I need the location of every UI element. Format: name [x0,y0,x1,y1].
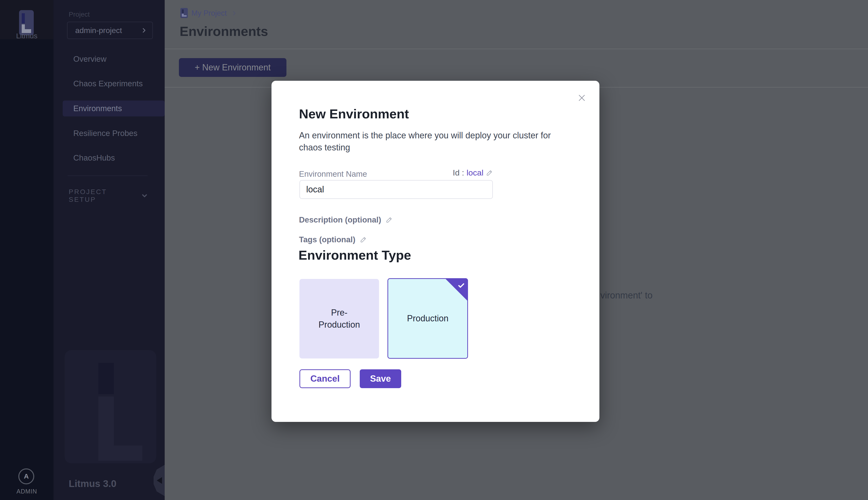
cancel-button[interactable]: Cancel [299,370,351,388]
environment-name-label: Environment Name [299,170,367,179]
chevron-right-icon [141,27,147,34]
environment-type-heading: Environment Type [298,248,411,263]
project-name: admin-project [75,26,122,35]
tags-optional-row: Tags (optional) [299,235,367,244]
header-divider [165,49,868,49]
logo-segment [114,445,142,461]
new-environment-button[interactable]: + New Environment [179,58,286,77]
modal-title: New Environment [299,106,409,121]
save-button[interactable]: Save [360,370,401,388]
logo-segment [99,363,114,394]
logo-segment [22,13,25,23]
sidebar-item-resilience-probes[interactable]: Resilience Probes [63,125,165,141]
description-optional-label: Description (optional) [299,215,381,225]
project-setup-label: PROJECT SETUP [69,188,135,204]
project-label: Project [69,11,90,18]
left-rail [0,0,54,500]
logo-segment [184,15,187,16]
avatar[interactable]: A [18,468,34,484]
project-setup-toggle[interactable]: PROJECT SETUP [69,188,148,204]
save-button-label: Save [370,374,391,384]
environment-name-input[interactable] [299,180,493,199]
new-environment-button-label: + New Environment [195,62,271,72]
environment-id-group: Id : local [453,168,493,178]
type-card-production[interactable]: Production [387,278,468,359]
litmus-watermark-logo [65,350,156,463]
breadcrumb-chevron-icon [231,10,237,18]
sidebar-item-label: ChaosHubs [73,153,115,162]
collapse-sidebar-icon [157,477,162,484]
sidebar-item-label: Environments [73,104,122,113]
empty-state-text-fragment: vironment' to [601,290,652,300]
breadcrumb-logo-icon [180,8,188,18]
new-environment-modal: New Environment An environment is the pl… [272,81,599,422]
sidebar-divider [68,175,148,176]
page-title: Environments [180,24,268,39]
sidebar-item-label: Chaos Experiments [73,79,143,88]
tags-optional-label: Tags (optional) [299,235,355,244]
sidebar-item-chaos-experiments[interactable]: Chaos Experiments [63,76,165,92]
breadcrumb[interactable]: My Project [192,9,227,18]
cancel-button-label: Cancel [310,374,340,384]
modal-description: An environment is the place where you wi… [299,129,568,154]
type-card-label: Pre-Production [318,307,361,331]
project-selector[interactable]: admin-project [67,22,153,39]
close-icon[interactable] [576,92,587,104]
litmus-logo-icon[interactable] [19,10,34,35]
sidebar-item-chaoshubs[interactable]: ChaosHubs [63,150,165,166]
edit-description-pencil-icon[interactable] [386,216,393,224]
sidebar-item-environments[interactable]: Environments [63,101,165,116]
description-optional-row: Description (optional) [299,215,393,225]
version-label: Litmus 3.0 [69,478,116,489]
type-card-pre-production[interactable]: Pre-Production [299,279,379,359]
edit-tags-pencil-icon[interactable] [360,236,367,243]
logo-segment [99,397,114,461]
sidebar-item-overview[interactable]: Overview [63,51,165,67]
id-label: Id : [453,168,464,178]
check-icon [457,281,465,292]
sidebar-item-label: Overview [73,55,106,64]
edit-id-pencil-icon[interactable] [486,169,493,177]
app-root: Litmus A ADMIN Project admin-project Ove… [0,0,868,500]
chevron-down-icon [141,192,148,200]
id-value[interactable]: local [467,168,483,178]
user-role-label: ADMIN [0,488,54,495]
brand-label: Litmus [0,32,54,40]
logo-segment [182,14,184,16]
logo-segment [182,9,184,13]
sidebar-item-label: Resilience Probes [73,129,137,138]
type-card-label: Production [407,314,448,323]
avatar-initial: A [24,473,29,480]
